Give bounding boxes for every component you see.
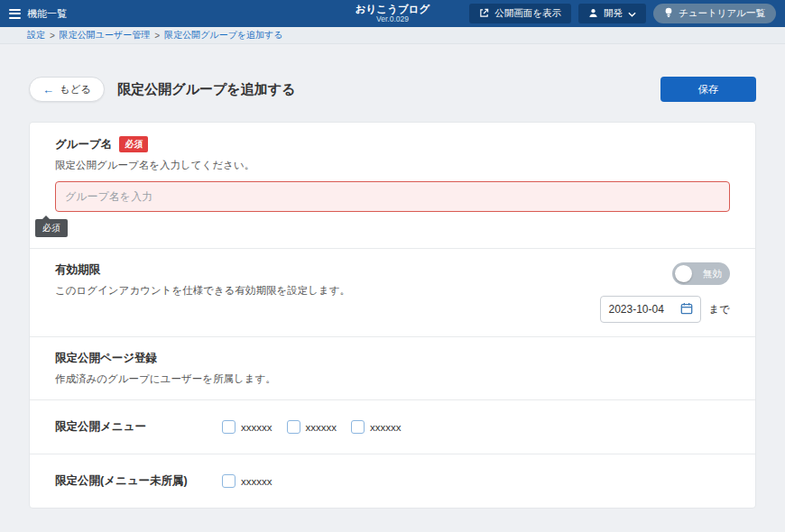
chevron-down-icon [628, 8, 636, 19]
date-row: 2023-10-04 まで [600, 296, 730, 323]
group-name-label: グループ名 [55, 137, 112, 152]
expiration-label: 有効期限 [55, 262, 350, 278]
breadcrumb-link-user-management[interactable]: 限定公開ユーザー管理 [60, 29, 150, 41]
expiration-controls: 無効 2023-10-04 まで [600, 262, 730, 323]
breadcrumb-separator: > [50, 31, 55, 41]
form-card: グループ名 必須 限定公開グループ名を入力してください。 必須 有効期限 このロ… [29, 122, 756, 509]
page-header: ← もどる 限定公開グループを追加する 保存 [29, 77, 756, 102]
page-registration-section: 限定公開ページ登録 作成済みのグループにユーザーを所属します。 [30, 337, 755, 400]
top-header: 機能一覧 おりこうブログ Ver.0.029 公開画面を表示 開発 [0, 0, 785, 27]
tutorial-button[interactable]: チュートリアル一覧 [653, 4, 776, 23]
no-menu-checkbox-group: xxxxxx [222, 474, 272, 488]
tutorial-button-label: チュートリアル一覧 [679, 7, 765, 20]
breadcrumb-link-add-group[interactable]: 限定公開グループを追加する [164, 29, 282, 41]
preview-button-label: 公開画面を表示 [494, 7, 561, 20]
breadcrumb-separator: > [154, 31, 160, 41]
function-list-label: 機能一覧 [27, 7, 67, 21]
group-name-label-row: グループ名 必須 [55, 136, 730, 152]
menu-checkbox-group: xxxxxx xxxxxx xxxxxx [222, 420, 402, 434]
checkbox-box [222, 420, 236, 434]
page-content: ← もどる 限定公開グループを追加する 保存 グループ名 必須 限定公開グループ… [0, 77, 785, 509]
lightbulb-icon [664, 7, 673, 20]
toggle-label: 無効 [703, 268, 722, 280]
back-button-label: もどる [60, 83, 91, 96]
required-badge: 必須 [119, 136, 148, 152]
date-input[interactable]: 2023-10-04 [600, 296, 701, 323]
expiration-section: 有効期限 このログインアカウントを仕様できる有効期限を設定します。 無効 202… [30, 249, 755, 337]
checkbox-label: xxxxxx [241, 476, 272, 487]
checkbox-box [222, 474, 236, 488]
external-link-icon [479, 8, 489, 20]
group-name-description: 限定公開グループ名を入力してください。 [55, 159, 730, 172]
toggle-knob [675, 265, 692, 282]
app-version: Ver.0.029 [356, 15, 429, 24]
no-menu-row-label: 限定公開(メニュー未所属) [55, 473, 222, 489]
app-title: おりこうブログ Ver.0.029 [356, 4, 429, 24]
checkbox-box [351, 420, 365, 434]
arrow-left-icon: ← [42, 84, 54, 96]
no-menu-checkbox-1[interactable]: xxxxxx [222, 474, 272, 488]
date-value: 2023-10-04 [608, 303, 663, 316]
group-name-input[interactable] [55, 181, 730, 212]
checkbox-label: xxxxxx [306, 422, 337, 433]
menu-checkbox-3[interactable]: xxxxxx [351, 420, 402, 434]
function-list-button[interactable]: 機能一覧 [9, 7, 67, 21]
back-button[interactable]: ← もどる [29, 77, 105, 102]
account-button[interactable]: 開発 [578, 4, 646, 23]
menu-row: 限定公開メニュー xxxxxx xxxxxx xxxxxx [30, 400, 755, 454]
date-suffix-label: まで [708, 303, 730, 316]
preview-button[interactable]: 公開画面を表示 [469, 4, 571, 23]
expiration-description: このログインアカウントを仕様できる有効期限を設定します。 [55, 284, 350, 298]
expiration-toggle[interactable]: 無効 [672, 262, 730, 285]
page-registration-label: 限定公開ページ登録 [55, 351, 730, 366]
menu-checkbox-2[interactable]: xxxxxx [287, 420, 337, 434]
hamburger-icon [9, 9, 21, 19]
breadcrumb-link-settings[interactable]: 設定 [27, 29, 45, 41]
person-icon [588, 8, 598, 20]
calendar-icon [680, 302, 693, 317]
menu-row-label: 限定公開メニュー [55, 419, 222, 435]
save-button[interactable]: 保存 [660, 77, 756, 102]
required-tooltip: 必須 [35, 219, 68, 237]
header-actions: 公開画面を表示 開発 チュートリアル一覧 [469, 4, 776, 23]
group-name-section: グループ名 必須 限定公開グループ名を入力してください。 必須 [30, 123, 755, 249]
page-title: 限定公開グループを追加する [117, 81, 295, 98]
menu-checkbox-1[interactable]: xxxxxx [222, 420, 272, 434]
checkbox-label: xxxxxx [370, 422, 402, 433]
checkbox-box [287, 420, 300, 434]
no-menu-row: 限定公開(メニュー未所属) xxxxxx [30, 454, 755, 508]
breadcrumb: 設定 > 限定公開ユーザー管理 > 限定公開グループを追加する [0, 27, 785, 44]
expiration-info: 有効期限 このログインアカウントを仕様できる有効期限を設定します。 [55, 262, 350, 323]
checkbox-label: xxxxxx [241, 422, 272, 433]
account-button-label: 開発 [604, 7, 623, 20]
page-registration-description: 作成済みのグループにユーザーを所属します。 [55, 372, 730, 386]
